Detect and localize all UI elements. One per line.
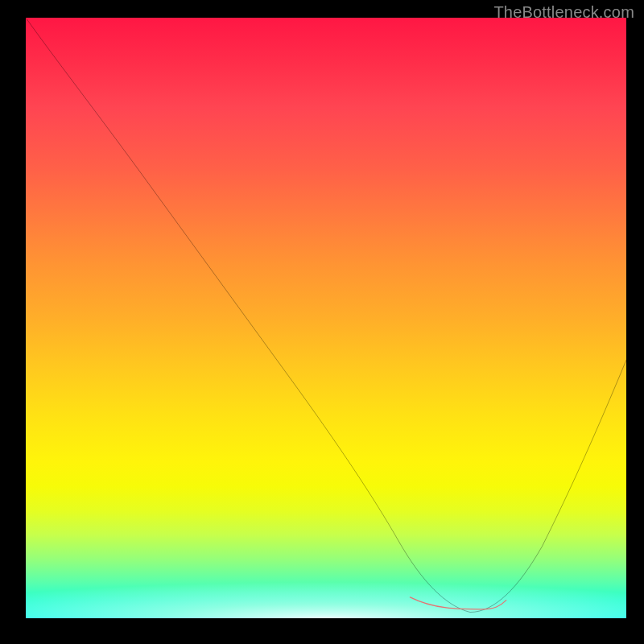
chart-svg: [26, 18, 626, 618]
plot-area: [26, 18, 626, 618]
watermark-text: TheBottleneck.com: [493, 3, 634, 22]
optimal-range-highlight: [410, 597, 506, 609]
bottleneck-curve: [26, 18, 626, 613]
